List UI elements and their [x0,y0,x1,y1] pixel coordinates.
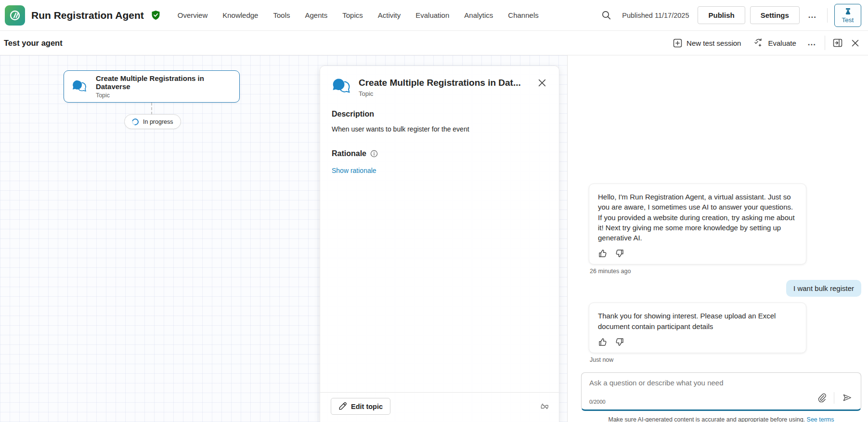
ai-disclaimer: Make sure AI-generated content is accura… [581,416,861,422]
test-button[interactable]: Test [834,4,861,27]
open-in-window-icon[interactable] [830,36,845,50]
thumbs-down-icon[interactable] [615,249,624,258]
message-timestamp: 26 minutes ago [590,268,861,275]
nav-item-overview[interactable]: Overview [178,11,208,19]
divider [825,36,825,50]
in-progress-status-badge: In progress [124,114,181,129]
thumbs-up-icon[interactable] [598,337,608,347]
topic-panel-titles: Create Multiple Registrations in Dat... … [359,78,521,97]
status-label: In progress [143,119,173,125]
nav-item-topics[interactable]: Topics [342,11,363,19]
evaluate-icon [753,38,764,48]
message-feedback [598,249,797,258]
bot-message: Thank you for showing interest. Please u… [589,303,806,353]
ai-disclaimer-text: Make sure AI-generated content is accura… [608,416,806,422]
edit-topic-label: Edit topic [351,403,383,410]
close-panel-icon[interactable] [537,78,547,88]
nav-item-analytics[interactable]: Analytics [464,11,493,19]
feedback-thumbs-icon[interactable] [540,403,548,410]
test-toolbar: Test your agent New test session Evaluat… [0,31,868,55]
topic-canvas[interactable]: Create Multiple Registrations in Dataver… [0,55,567,422]
test-chat-panel: Hello, I'm Run Registration Agent, a vir… [567,55,868,422]
agent-title: Run Registration Agent [31,10,144,21]
nav-item-activity[interactable]: Activity [378,11,401,19]
app-root: Run Registration Agent Overview Knowledg… [0,0,868,422]
test-flask-icon [844,7,852,15]
topic-panel-footer: Edit topic [320,392,559,422]
topic-panel-title: Create Multiple Registrations in Dat... [359,78,521,88]
copilot-studio-logo-icon [5,5,25,26]
bot-message-text: Thank you for showing interest. Please u… [598,311,797,331]
topic-node-subtitle: Topic [96,92,232,99]
description-heading: Description [332,110,547,119]
topic-chat-icon [72,79,87,94]
test-button-label: Test [842,16,854,24]
top-navigation: Overview Knowledge Tools Agents Topics A… [178,11,539,19]
attachment-icon[interactable] [815,390,829,405]
message-timestamp: Just now [590,356,861,363]
page-title: Test your agent [4,39,63,48]
description-text: When user wants to bulk register for the… [332,124,547,134]
new-test-session-button[interactable]: New test session [668,35,746,51]
edit-topic-button[interactable]: Edit topic [331,398,390,415]
thumbs-up-icon[interactable] [598,249,608,258]
user-message: I want bulk register [786,280,861,297]
rationale-heading: Rationale [332,149,547,158]
topic-panel-header: Create Multiple Registrations in Dat... … [320,66,559,97]
brand: Run Registration Agent [5,5,160,26]
verified-shield-icon [151,10,160,20]
topic-node[interactable]: Create Multiple Registrations in Dataver… [64,70,240,103]
more-options-icon[interactable]: ... [804,9,820,22]
see-terms-link[interactable]: See terms [807,416,834,422]
user-message-row: I want bulk register [581,280,861,297]
top-bar: Run Registration Agent Overview Knowledg… [0,0,868,31]
nav-item-evaluation[interactable]: Evaluation [415,11,449,19]
bot-message-text: Hello, I'm Run Registration Agent, a vir… [598,192,797,243]
show-rationale-link[interactable]: Show rationale [332,167,376,174]
spinner-icon [130,117,140,126]
evaluate-button[interactable]: Evaluate [749,35,801,51]
info-icon[interactable] [370,150,378,158]
close-test-panel-icon[interactable] [848,36,862,50]
chat-input[interactable] [589,379,853,387]
topic-details-panel: Create Multiple Registrations in Dat... … [320,66,559,422]
topic-panel-body: Description When user wants to bulk regi… [320,97,559,175]
thumbs-down-icon[interactable] [615,337,624,347]
topic-node-title: Create Multiple Registrations in Dataver… [96,74,232,91]
square-plus-icon [673,39,682,48]
evaluate-label: Evaluate [768,39,796,47]
settings-button[interactable]: Settings [750,6,800,24]
nav-item-agents[interactable]: Agents [305,11,328,19]
divider [834,392,834,404]
pencil-icon [338,402,347,410]
chat-messages: Hello, I'm Run Registration Agent, a vir… [581,55,861,368]
main-content: Create Multiple Registrations in Dataver… [0,55,868,422]
rationale-heading-label: Rationale [332,149,366,158]
top-actions: Published 11/17/2025 Publish Settings ..… [598,4,861,27]
send-icon[interactable] [839,390,855,406]
nav-item-knowledge[interactable]: Knowledge [222,11,258,19]
nav-item-tools[interactable]: Tools [273,11,290,19]
published-status: Published 11/17/2025 [622,12,689,19]
test-more-options-icon[interactable]: ... [804,36,820,50]
publish-button[interactable]: Publish [698,6,745,24]
test-toolbar-actions: New test session Evaluate ... [668,35,862,51]
chat-composer: 0/2000 [581,372,861,411]
message-feedback [598,337,797,347]
new-test-session-label: New test session [687,39,741,47]
node-connector [151,103,152,115]
topic-panel-subtitle: Topic [359,90,521,97]
search-icon[interactable] [598,7,614,23]
composer-actions [815,390,855,406]
character-counter: 0/2000 [589,399,606,405]
topic-node-text: Create Multiple Registrations in Dataver… [96,74,232,99]
divider [827,8,828,23]
bot-message: Hello, I'm Run Registration Agent, a vir… [589,184,806,264]
nav-item-channels[interactable]: Channels [508,11,538,19]
topic-chat-icon [332,78,351,96]
